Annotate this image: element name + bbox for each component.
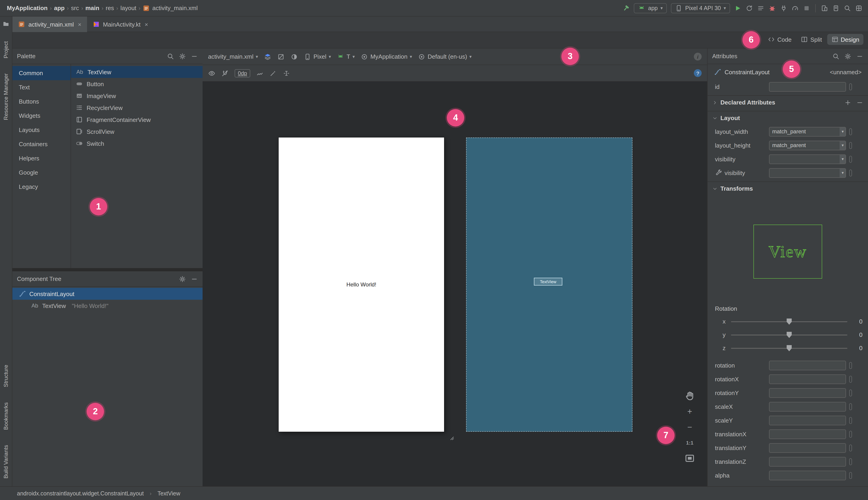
rotation-input[interactable] (769, 361, 846, 370)
tool-window-button-resource-manager[interactable]: Resource Manager (3, 73, 9, 122)
zoom-actual-button[interactable]: 1:1 (684, 437, 695, 448)
palette-component-imageview[interactable]: ImageView (71, 90, 203, 102)
translationY-input[interactable] (769, 443, 846, 453)
tool-window-button-build-variants[interactable]: Build Variants (3, 445, 9, 480)
constraint-pill-icon[interactable] (849, 444, 852, 451)
remove-attribute-icon[interactable] (856, 99, 864, 106)
breadcrumb-item[interactable]: layout (119, 4, 137, 11)
dropdown-caret-icon[interactable]: ▾ (840, 155, 846, 163)
dropdown-caret-icon[interactable]: ▾ (840, 168, 846, 177)
translationX-input[interactable] (769, 429, 846, 439)
constraint-pill-icon[interactable] (849, 142, 852, 149)
profiler-button[interactable] (791, 4, 799, 12)
slider-track[interactable] (731, 321, 847, 322)
declared-attributes-section[interactable]: Declared Attributes (708, 95, 868, 109)
close-tab-icon[interactable]: × (78, 21, 81, 28)
design-surface-icon[interactable] (264, 53, 271, 60)
file-selector[interactable]: activity_main.xml ▾ (208, 53, 258, 60)
gear-icon[interactable] (179, 53, 186, 60)
night-mode-icon[interactable] (290, 53, 298, 60)
slider-track[interactable] (731, 348, 847, 349)
palette-component-textview[interactable]: AbTextView (71, 66, 203, 78)
search-icon[interactable] (832, 53, 840, 60)
zoom-fit-icon[interactable] (684, 453, 695, 464)
mode-design[interactable]: Design (827, 34, 864, 45)
autoconnect-off-icon[interactable] (221, 69, 229, 77)
project-folder-icon[interactable] (2, 20, 10, 27)
editor-tab[interactable]: activity_main.xml× (12, 16, 87, 32)
search-everywhere-button[interactable] (844, 4, 851, 12)
scaleY-input[interactable] (769, 416, 846, 425)
stop-button[interactable] (803, 4, 810, 12)
build-hammer-icon[interactable] (623, 4, 630, 12)
constraint-pill-icon[interactable] (849, 169, 852, 176)
constraint-pill-icon[interactable] (849, 403, 852, 410)
dropdown-caret-icon[interactable]: ▾ (840, 141, 846, 150)
mode-split[interactable]: Split (797, 34, 826, 45)
debug-button[interactable] (768, 4, 776, 12)
blueprint-textview[interactable]: TextView (534, 278, 562, 285)
clear-constraints-icon[interactable] (256, 69, 263, 77)
theme-menu[interactable]: MyApplication ▾ (361, 53, 412, 60)
device-manager-button[interactable] (821, 4, 828, 12)
close-tab-icon[interactable]: × (145, 21, 148, 28)
tool-window-button-structure[interactable]: Structure (3, 365, 9, 388)
palette-component-fragmentcontainerview[interactable]: FragmentContainerView (71, 114, 203, 126)
tree-item-textview[interactable]: AbTextView"Hello World!" (12, 300, 203, 311)
palette-category-legacy[interactable]: Legacy (12, 180, 71, 194)
palette-component-button[interactable]: Button (71, 78, 203, 90)
zoom-out-button[interactable]: − (684, 422, 695, 433)
id-input[interactable] (769, 82, 846, 91)
run-button[interactable] (734, 4, 742, 12)
palette-category-layouts[interactable]: Layouts (12, 123, 71, 137)
tool-window-button-bookmarks[interactable]: Bookmarks (3, 402, 9, 431)
constraint-pill-icon[interactable] (849, 472, 852, 479)
hide-panel-icon[interactable] (856, 53, 864, 60)
constraint-pill-icon[interactable] (849, 376, 852, 383)
run-list-icon[interactable] (757, 4, 764, 12)
blueprint-toggle-icon[interactable] (277, 53, 285, 60)
palette-component-scrollview[interactable]: ScrollView (71, 126, 203, 137)
attribute-value-dropdown[interactable]: match_parent▾ (769, 140, 846, 150)
view-options-icon[interactable] (208, 69, 215, 77)
blueprint-view-screen[interactable]: TextView (466, 137, 632, 432)
palette-category-buttons[interactable]: Buttons (12, 94, 71, 109)
palette-category-google[interactable]: Google (12, 166, 71, 180)
breadcrumb-item[interactable]: app (53, 4, 66, 11)
constraint-pill-icon[interactable] (849, 431, 852, 438)
help-icon[interactable]: ? (694, 69, 701, 77)
mode-code[interactable]: Code (764, 34, 796, 45)
slider-track[interactable] (731, 334, 847, 335)
status-breadcrumb-item[interactable]: androidx.constraintlayout.widget.Constra… (15, 490, 145, 497)
rotationY-input[interactable] (769, 388, 846, 398)
palette-category-common[interactable]: Common (12, 66, 71, 80)
locale-menu[interactable]: Default (en-us) ▾ (418, 53, 471, 60)
slider-thumb[interactable] (787, 345, 792, 351)
infer-constraints-icon[interactable] (270, 69, 277, 77)
gear-icon[interactable] (179, 275, 186, 283)
hide-panel-icon[interactable] (191, 53, 198, 60)
hide-panel-icon[interactable] (191, 275, 198, 283)
add-attribute-icon[interactable] (844, 99, 852, 106)
attribute-value-dropdown[interactable]: ▾ (769, 154, 846, 164)
constraint-pill-icon[interactable] (849, 389, 852, 396)
palette-category-widgets[interactable]: Widgets (12, 109, 71, 123)
zoom-in-button[interactable]: + (684, 406, 695, 417)
tool-window-button-project[interactable]: Project (3, 41, 9, 60)
breadcrumb-item[interactable]: activity_main.xml (141, 4, 199, 12)
design-canvas[interactable]: Hello World! TextView + − 1:1 (203, 82, 707, 486)
transforms-section[interactable]: Transforms (708, 181, 868, 195)
gear-icon[interactable] (844, 53, 852, 60)
constraint-pill-icon[interactable] (849, 128, 852, 135)
issues-icon[interactable]: i (694, 53, 701, 60)
status-breadcrumb-item[interactable]: TextView (156, 490, 182, 497)
rotationX-input[interactable] (769, 374, 846, 384)
pin-pill-icon[interactable] (849, 83, 852, 90)
breadcrumb-item[interactable]: MyApplication (5, 4, 49, 11)
search-icon[interactable] (167, 53, 174, 60)
tree-item-constraintlayout[interactable]: ConstraintLayout (12, 288, 203, 300)
breadcrumb-item[interactable]: src (70, 4, 80, 11)
profile-button[interactable] (855, 4, 863, 12)
alpha-input[interactable] (769, 470, 846, 480)
translationZ-input[interactable] (769, 457, 846, 466)
